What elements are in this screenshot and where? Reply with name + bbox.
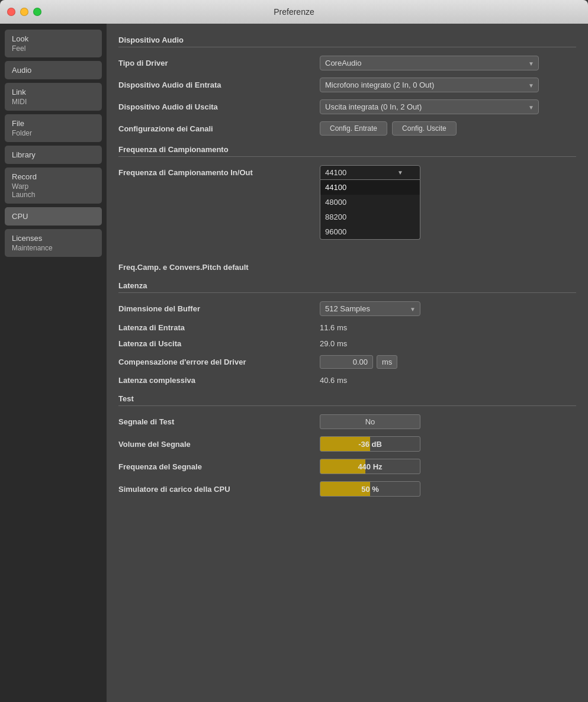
latenza-entrata-value: 11.6 ms — [320, 323, 347, 332]
freq-option-44100[interactable]: 44100 — [320, 180, 420, 195]
configurazione-label: Configurazione dei Canali — [118, 124, 320, 133]
latenza-entrata-row: Latenza di Entrata 11.6 ms — [118, 323, 576, 332]
volume-control: -36 dB — [320, 436, 576, 452]
freq-pitch-row: Freq.Camp. e Convers.Pitch default — [118, 263, 576, 272]
tipo-driver-dropdown-wrapper: CoreAudio — [320, 56, 539, 70]
frequenza-section: Frequenza di Campionamento — [118, 145, 576, 157]
maximize-button[interactable] — [33, 8, 41, 16]
segnale-test-label: Segnale di Test — [118, 417, 320, 426]
freq-option-96000[interactable]: 96000 — [320, 224, 420, 239]
latenza-complessiva-label: Latenza complessiva — [118, 376, 320, 385]
dispositivo-entrata-label: Dispositivo Audio di Entrata — [118, 80, 320, 89]
compensazione-label: Compensazione d'errore del Driver — [118, 358, 320, 366]
simulatore-row: Simulatore di carico della CPU 50 % — [118, 481, 576, 497]
latenza-complessiva-value-wrapper: 40.6 ms — [320, 376, 576, 385]
dispositivo-uscita-wrapper: Uscita integrata (0 In, 2 Out) — [320, 99, 539, 114]
simulatore-control: 50 % — [320, 481, 576, 497]
compensazione-unit: ms — [377, 355, 397, 369]
freq-inout-label: Frequenza di Campionamento In/Out — [118, 168, 320, 177]
segnale-test-row: Segnale di Test No — [118, 414, 576, 429]
freq-inout-row: Frequenza di Campionamento In/Out 44100 … — [118, 165, 576, 180]
frequenza-segnale-row: Frequenza del Segnale 440 Hz — [118, 459, 576, 474]
configurazione-control: Config. Entrate Config. Uscite — [320, 121, 576, 136]
dimensione-buffer-select[interactable]: 512 Samples — [320, 301, 420, 316]
tipo-driver-label: Tipo di Driver — [118, 59, 320, 67]
sidebar-item-licenses-maintenance[interactable]: Licenses Maintenance — [5, 229, 102, 257]
latenza-uscita-row: Latenza di Uscita 29.0 ms — [118, 339, 576, 348]
frequenza-segnale-slider[interactable]: 440 Hz — [320, 459, 420, 474]
sidebar-item-look-feel[interactable]: Look Feel — [5, 30, 102, 57]
sidebar-item-cpu[interactable]: CPU — [5, 207, 102, 226]
minimize-button[interactable] — [20, 8, 28, 16]
latenza-complessiva-value: 40.6 ms — [320, 376, 347, 385]
dispositivo-uscita-select[interactable]: Uscita integrata (0 In, 2 Out) — [320, 99, 539, 114]
window-title: Preferenze — [274, 7, 314, 17]
compensazione-control: ms — [320, 355, 576, 369]
close-button[interactable] — [7, 8, 15, 16]
freq-inout-control: 44100 44100 48000 88200 96000 — [320, 165, 576, 180]
dispositivo-entrata-row: Dispositivo Audio di Entrata Microfono i… — [118, 78, 576, 92]
section-latenza-title: Latenza — [118, 281, 576, 293]
sidebar: Look Feel Audio Link MIDI File Folder Li… — [0, 24, 107, 702]
dispositivo-uscita-label: Dispositivo Audio di Uscita — [118, 102, 320, 111]
dispositivo-entrata-control: Microfono integrato (2 In, 0 Out) — [320, 78, 576, 92]
dimensione-buffer-row: Dimensione del Buffer 512 Samples — [118, 301, 576, 316]
volume-segnale-row: Volume del Segnale -36 dB — [118, 436, 576, 452]
freq-option-48000[interactable]: 48000 — [320, 195, 420, 210]
test-section: Test — [118, 394, 576, 406]
sidebar-item-link-midi[interactable]: Link MIDI — [5, 83, 102, 111]
dimensione-buffer-label: Dimensione del Buffer — [118, 304, 320, 313]
section-frequenza-title: Frequenza di Campionamento — [118, 145, 576, 157]
sidebar-item-audio[interactable]: Audio — [5, 61, 102, 79]
sidebar-item-file-folder[interactable]: File Folder — [5, 114, 102, 142]
dimensione-buffer-control: 512 Samples — [320, 301, 576, 316]
compensazione-row: Compensazione d'errore del Driver ms — [118, 355, 576, 369]
sidebar-item-library[interactable]: Library — [5, 146, 102, 164]
compensazione-input-group: ms — [320, 355, 576, 369]
segnale-test-control: No — [320, 414, 576, 429]
freq-pitch-label: Freq.Camp. e Convers.Pitch default — [118, 263, 320, 272]
freq-dropdown-list: 44100 48000 88200 96000 — [320, 180, 420, 240]
window-controls — [7, 8, 41, 16]
freq-option-88200[interactable]: 88200 — [320, 210, 420, 224]
config-btn-group: Config. Entrate Config. Uscite — [320, 121, 576, 136]
dispositivo-entrata-select[interactable]: Microfono integrato (2 In, 0 Out) — [320, 78, 539, 92]
config-entrate-button[interactable]: Config. Entrate — [320, 121, 387, 136]
simulatore-label: Simulatore di carico della CPU — [118, 485, 320, 494]
latenza-section: Latenza — [118, 281, 576, 293]
volume-slider[interactable]: -36 dB — [320, 436, 420, 452]
tipo-driver-control: CoreAudio — [320, 56, 576, 70]
tipo-driver-select[interactable]: CoreAudio — [320, 56, 539, 70]
dispositivo-uscita-control: Uscita integrata (0 In, 2 Out) — [320, 99, 576, 114]
section-test-title: Test — [118, 394, 576, 406]
title-bar: Preferenze — [0, 0, 588, 24]
freq-dropdown-header[interactable]: 44100 — [320, 165, 420, 180]
simulatore-slider[interactable]: 50 % — [320, 481, 420, 497]
latenza-uscita-value-wrapper: 29.0 ms — [320, 339, 576, 348]
frequenza-segnale-control: 440 Hz — [320, 459, 576, 474]
configurazione-row: Configurazione dei Canali Config. Entrat… — [118, 121, 576, 136]
dimensione-buffer-wrapper: 512 Samples — [320, 301, 420, 316]
tipo-driver-row: Tipo di Driver CoreAudio — [118, 56, 576, 70]
sidebar-item-record-warp-launch[interactable]: Record Warp Launch — [5, 168, 102, 204]
segnale-test-toggle[interactable]: No — [320, 414, 420, 429]
latenza-uscita-label: Latenza di Uscita — [118, 339, 320, 348]
dispositivo-entrata-wrapper: Microfono integrato (2 In, 0 Out) — [320, 78, 539, 92]
freq-dropdown-open-wrapper: 44100 44100 48000 88200 96000 — [320, 165, 420, 180]
section-audio-title: Dispositivo Audio — [118, 36, 576, 47]
main-layout: Look Feel Audio Link MIDI File Folder Li… — [0, 24, 588, 702]
compensazione-input[interactable] — [320, 355, 373, 369]
config-uscite-button[interactable]: Config. Uscite — [392, 121, 457, 136]
latenza-entrata-label: Latenza di Entrata — [118, 323, 320, 332]
content-area: Dispositivo Audio Tipo di Driver CoreAud… — [107, 24, 588, 702]
latenza-entrata-value-wrapper: 11.6 ms — [320, 323, 576, 332]
latenza-complessiva-row: Latenza complessiva 40.6 ms — [118, 376, 576, 385]
frequenza-segnale-label: Frequenza del Segnale — [118, 462, 320, 471]
dispositivo-uscita-row: Dispositivo Audio di Uscita Uscita integ… — [118, 99, 576, 114]
volume-label: Volume del Segnale — [118, 440, 320, 449]
latenza-uscita-value: 29.0 ms — [320, 339, 347, 348]
